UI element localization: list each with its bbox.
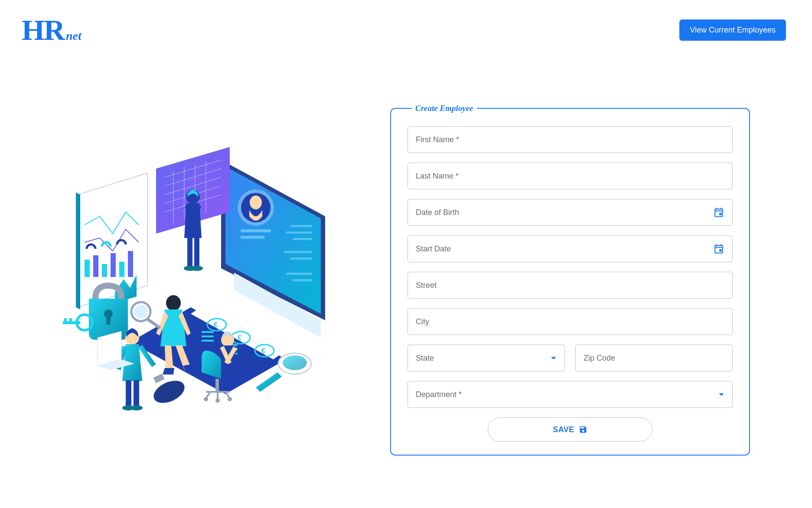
header: HR net View Current Employees <box>0 0 812 60</box>
svg-point-61 <box>228 397 232 401</box>
svg-rect-19 <box>202 335 214 337</box>
form-legend: Create Employee <box>412 104 477 113</box>
svg-rect-20 <box>202 340 214 342</box>
first-name-field[interactable]: First Name * <box>408 126 733 153</box>
svg-rect-71 <box>153 374 165 383</box>
city-field[interactable]: City <box>408 308 733 335</box>
save-icon <box>579 425 587 434</box>
view-employees-button[interactable]: View Current Employees <box>679 20 786 41</box>
state-label: State <box>416 354 434 363</box>
svg-rect-59 <box>215 379 219 392</box>
svg-rect-4 <box>241 236 264 239</box>
svg-rect-6 <box>286 231 312 234</box>
svg-rect-5 <box>290 225 312 227</box>
svg-rect-49 <box>194 237 199 267</box>
svg-rect-38 <box>128 251 133 277</box>
svg-rect-55 <box>147 318 161 329</box>
isometric-illustration-svg: € € € <box>43 138 355 420</box>
svg-rect-10 <box>286 273 312 275</box>
hero-illustration: € € € <box>43 138 355 420</box>
svg-rect-66 <box>126 380 131 406</box>
logo-hr-text: HR <box>22 13 64 47</box>
zip-code-field[interactable]: Zip Code <box>575 345 733 371</box>
create-employee-form: Create Employee First Name * Last Name *… <box>390 104 750 456</box>
state-zip-row: State Zip Code <box>408 345 733 381</box>
zip-input[interactable] <box>584 354 724 363</box>
svg-rect-43 <box>64 318 67 322</box>
start-date-input[interactable] <box>416 244 724 254</box>
svg-point-2 <box>250 195 262 209</box>
save-button[interactable]: SAVE <box>488 417 652 442</box>
department-label: Department * <box>416 390 462 399</box>
svg-point-73 <box>283 355 307 370</box>
svg-point-52 <box>166 295 181 311</box>
svg-point-54 <box>134 305 148 319</box>
svg-text:€: € <box>214 321 218 329</box>
svg-rect-44 <box>69 318 72 322</box>
svg-rect-37 <box>119 262 124 277</box>
svg-rect-18 <box>202 331 214 333</box>
state-field[interactable]: State <box>408 345 565 371</box>
svg-rect-40 <box>106 314 111 325</box>
svg-rect-48 <box>187 237 192 267</box>
form-container: Create Employee First Name * Last Name *… <box>390 104 750 456</box>
svg-point-69 <box>130 405 143 410</box>
svg-rect-34 <box>93 255 98 277</box>
calendar-icon[interactable] <box>713 243 724 254</box>
svg-rect-75 <box>719 249 721 251</box>
department-field[interactable]: Department * <box>408 381 733 408</box>
dob-input[interactable] <box>416 208 724 217</box>
svg-point-62 <box>215 398 220 403</box>
view-employees-label: View Current Employees <box>690 26 776 34</box>
svg-text:€: € <box>261 347 265 355</box>
logo-net-text: net <box>66 29 82 43</box>
svg-text:€: € <box>238 334 241 342</box>
svg-rect-3 <box>241 229 271 232</box>
svg-point-51 <box>191 266 203 271</box>
logo[interactable]: HR net <box>22 13 82 47</box>
svg-rect-7 <box>293 238 312 240</box>
svg-rect-67 <box>134 380 139 406</box>
city-input[interactable] <box>416 317 724 326</box>
svg-rect-8 <box>284 251 312 253</box>
last-name-field[interactable]: Last Name * <box>408 163 733 189</box>
main-content: € € € <box>0 60 812 473</box>
svg-point-60 <box>204 397 208 401</box>
chevron-down-icon <box>718 390 724 399</box>
chevron-down-icon <box>551 354 557 363</box>
street-field[interactable]: Street <box>408 272 733 299</box>
svg-rect-11 <box>293 279 312 281</box>
svg-rect-33 <box>85 260 90 277</box>
start-date-field[interactable]: Start Date <box>408 235 733 262</box>
date-of-birth-field[interactable]: Date of Birth <box>408 199 733 226</box>
svg-rect-9 <box>290 257 312 260</box>
first-name-input[interactable] <box>416 135 724 144</box>
street-input[interactable] <box>416 281 724 290</box>
svg-rect-35 <box>102 264 107 277</box>
svg-rect-36 <box>111 253 116 277</box>
svg-rect-74 <box>719 213 721 215</box>
save-label: SAVE <box>553 425 574 434</box>
last-name-input[interactable] <box>416 172 724 181</box>
calendar-icon[interactable] <box>713 207 724 218</box>
